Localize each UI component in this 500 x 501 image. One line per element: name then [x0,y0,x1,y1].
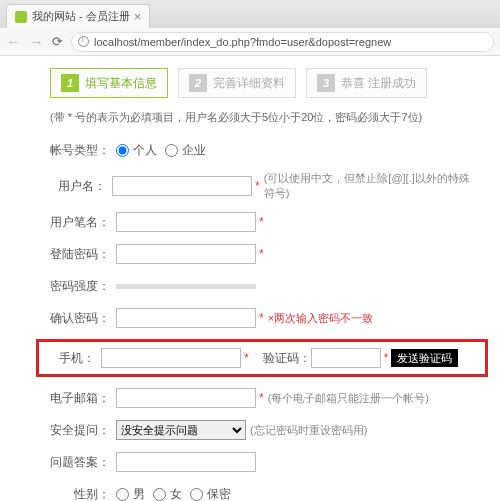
question-select[interactable]: 没安全提示问题 [116,420,246,440]
favicon [15,11,27,23]
step-2: 2完善详细资料 [178,68,296,98]
question-label: 安全提问： [50,422,110,439]
sex-female[interactable]: 女 [153,486,182,502]
info-icon[interactable] [78,36,89,47]
email-hint: (每个电子邮箱只能注册一个帐号) [268,391,429,406]
account-type-label: 帐号类型： [50,142,110,159]
username-input[interactable] [112,176,252,196]
password-label: 登陆密码： [50,246,110,263]
phone-highlight-box: 手机： * 验证码： * 发送验证码 [36,339,488,377]
form-note: (带 * 号的表示为必填项目，用户名必须大于5位小于20位，密码必须大于7位) [50,110,480,125]
answer-input[interactable] [116,452,256,472]
vcode-input[interactable] [311,348,381,368]
back-icon[interactable]: ← [6,33,21,50]
account-personal[interactable]: 个人 [116,142,157,159]
strength-label: 密码强度： [50,278,110,295]
browser-tabbar: 我的网站 - 会员注册 × [0,0,500,28]
send-code-button[interactable]: 发送验证码 [391,349,458,367]
url-text: localhost/member/index_do.php?fmdo=user&… [94,36,391,48]
close-icon[interactable]: × [134,9,142,24]
question-hint: (忘记密码时重设密码用) [250,423,367,438]
nickname-label: 用户笔名： [50,214,110,231]
step-1: 1填写基本信息 [50,68,168,98]
password-input[interactable] [116,244,256,264]
phone-label: 手机： [43,350,95,367]
phone-input[interactable] [101,348,241,368]
confirm-label: 确认密码： [50,310,110,327]
sex-secret[interactable]: 保密 [190,486,231,502]
browser-tab[interactable]: 我的网站 - 会员注册 × [6,4,150,28]
answer-label: 问题答案： [50,454,110,471]
forward-icon: → [29,33,44,50]
reload-icon[interactable]: ⟳ [52,34,63,49]
url-field[interactable]: localhost/member/index_do.php?fmdo=user&… [71,32,494,52]
step-wizard: 1填写基本信息 2完善详细资料 3恭喜 注册成功 [50,68,480,98]
vcode-label: 验证码： [263,350,311,367]
account-company[interactable]: 企业 [165,142,206,159]
email-input[interactable] [116,388,256,408]
nickname-input[interactable] [116,212,256,232]
address-bar: ← → ⟳ localhost/member/index_do.php?fmdo… [0,28,500,56]
step-3: 3恭喜 注册成功 [306,68,427,98]
confirm-input[interactable] [116,308,256,328]
username-label: 用户名： [50,178,106,195]
confirm-error: ×两次输入密码不一致 [268,311,373,326]
username-hint: (可以使用中文，但禁止除[@][.]以外的特殊符号) [264,171,480,201]
email-label: 电子邮箱： [50,390,110,407]
sex-male[interactable]: 男 [116,486,145,502]
strength-bar [116,284,256,289]
sex-label: 性别： [50,486,110,502]
tab-title: 我的网站 - 会员注册 [32,9,130,24]
